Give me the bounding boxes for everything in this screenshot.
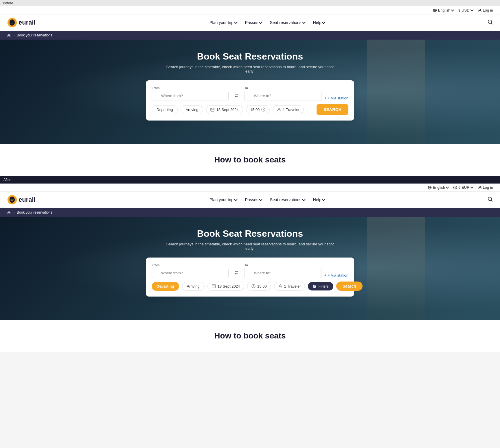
language-selector[interactable]: English [433,8,454,12]
before-search-button[interactable]: SEARCH [317,104,348,115]
after-hero-image [367,217,425,320]
after-clock-icon [251,284,255,288]
after-swap-icon [234,270,239,275]
before-from-field: From [152,86,229,101]
before-arriving-btn[interactable]: Arriving [181,105,203,114]
after-login-label: Log in [483,185,493,190]
before-time-label: 15:00 [250,108,260,112]
after-nav-seat-reservations[interactable]: Seat reservations [270,197,305,202]
after-nav-help[interactable]: Help [313,197,325,202]
eurail-logo[interactable]: eurail [7,17,36,28]
nav-chevron-2 [302,21,305,24]
after-nav-chevron-3 [322,198,325,201]
nav-seat-reservations[interactable]: Seat reservations [270,20,305,25]
svg-point-37 [314,287,315,288]
after-currency-chevron [470,185,473,188]
before-label: Before [0,0,500,6]
after-to-field: To [244,263,321,278]
after-nav-passes[interactable]: Passes [245,197,262,202]
after-traveler-picker[interactable]: 1 Traveler [274,282,305,291]
via-station-link[interactable]: + + Via station [324,96,348,100]
before-departing-btn[interactable]: Departing [152,105,178,114]
after-utility-bar: English € € EUR Log in [0,184,500,192]
after-to-input[interactable] [244,268,321,278]
svg-point-14 [278,108,280,110]
svg-point-35 [313,285,314,286]
after-arriving-btn[interactable]: Arriving [182,282,205,291]
breadcrumb-current: Book your reservations [17,33,52,37]
nav-plan-trip[interactable]: Plan your trip [209,20,237,25]
nav-passes[interactable]: Passes [245,20,262,25]
after-home-icon[interactable] [7,210,11,214]
after-time-picker[interactable]: 15:00 [247,282,271,291]
language-chevron [451,8,454,11]
nav-help[interactable]: Help [313,20,325,25]
before-utility-bar: English $ USD Log in [0,6,500,14]
after-hero-title: Book Seat Reservations [197,228,303,239]
after-search-icon [487,196,493,202]
after-eurail-logo[interactable]: eurail [7,195,36,205]
from-input[interactable] [152,91,229,101]
before-date-picker[interactable]: 13 Sept 2024 [206,105,243,114]
search-icon-btn[interactable] [487,19,493,26]
before-traveler-label: 1 Traveler [283,108,299,112]
after-language-chevron [446,185,449,188]
after-filters-button[interactable]: Filters [308,282,333,290]
after-breadcrumb-current: Book your reservations [17,210,52,214]
after-swap-button[interactable] [231,268,241,277]
after-login-button[interactable]: Log in [478,185,493,190]
filters-label: Filters [318,284,328,288]
before-to-field: To [244,86,321,101]
currency-chevron [470,8,473,11]
nav-chevron-3 [322,21,325,24]
after-via-plus: + [324,273,327,277]
after-breadcrumb: › Book your reservations [0,208,500,217]
after-how-section: How to book seats [0,320,500,352]
after-page: English € € EUR Log in e [0,184,500,352]
before-hero-title: Book Seat Reservations [197,51,303,62]
after-nav-chevron-2 [302,198,305,201]
currency-selector[interactable]: $ USD [458,8,473,12]
after-from-input[interactable] [152,268,229,278]
svg-rect-26 [212,285,216,288]
svg-point-22 [488,197,492,201]
after-to-label: To [244,263,321,267]
nav-chevron-0 [234,21,237,24]
svg-point-5 [488,20,492,23]
svg-point-20 [479,186,480,187]
after-from-field: From [152,263,229,278]
after-from-label: From [152,263,229,267]
before-main-nav: eurail Plan your trip Passes Seat reserv… [0,14,500,31]
after-nav-links: Plan your trip Passes Seat reservations … [47,197,487,202]
after-hero: Book Seat Reservations Search journeys i… [0,217,500,320]
after-language-selector[interactable]: English [428,185,449,190]
after-traveler-label: 1 Traveler [284,284,301,288]
before-search-card: From [146,80,354,121]
via-plus: + [324,96,327,100]
after-via-station-link[interactable]: + + Via station [324,273,348,277]
after-departing-btn[interactable]: Departing [152,282,179,291]
login-label: Log in [483,8,493,12]
after-search-button[interactable]: Search [336,282,363,291]
after-date-picker[interactable]: 13 Sept 2024 [207,282,244,291]
after-nav-plan-trip[interactable]: Plan your trip [209,197,237,202]
to-input[interactable] [244,91,321,101]
home-icon[interactable] [7,33,11,37]
after-time-label: 15:00 [257,284,267,288]
swap-button[interactable] [231,90,241,100]
hero-image [367,40,425,144]
after-nav-chevron-0 [234,198,237,201]
svg-point-36 [315,286,316,287]
after-date-label: 13 Sept 2024 [218,284,240,288]
before-time-picker[interactable]: 15:00 [246,105,270,114]
after-language-label: English [433,185,445,190]
login-button[interactable]: Log in [478,8,493,12]
after-currency-selector[interactable]: € € EUR [453,185,473,190]
after-how-title: How to book seats [7,331,493,340]
svg-text:€: € [455,186,456,189]
to-label: To [244,86,321,90]
after-breadcrumb-separator: › [13,210,14,214]
before-traveler-picker[interactable]: 1 Traveler [273,105,304,114]
after-search-icon-btn[interactable] [487,196,493,203]
swap-icon [234,93,239,98]
